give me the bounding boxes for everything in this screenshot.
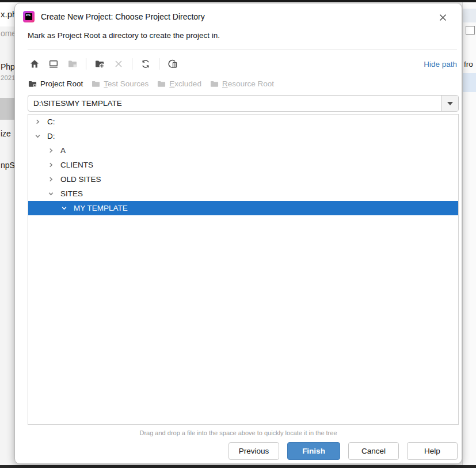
backdrop-right-selected-band (463, 73, 476, 92)
delete-icon (113, 58, 124, 70)
folder-icon (28, 80, 37, 87)
toolbar-separator (159, 58, 159, 70)
chevron-right-icon[interactable] (47, 162, 54, 169)
folder-icon (210, 80, 219, 87)
mark-tab-label: Excluded (169, 79, 201, 88)
mark-tab-label: Test Sources (104, 79, 148, 88)
backdrop-text-fragment: fro (464, 60, 473, 69)
tree-row-d-[interactable]: D: (28, 129, 458, 143)
tree-node-label: D: (47, 132, 55, 140)
chevron-right-icon[interactable] (47, 147, 54, 154)
backdrop-text-fragment: ize (1, 129, 11, 138)
dialog-button-row: Previous Finish Cancel Help (229, 442, 458, 460)
tree-row-sites[interactable]: SITES (28, 187, 458, 201)
mark-as-tabs: Project RootTest SourcesExcludedResource… (28, 77, 274, 90)
mark-tab-label: Resource Root (222, 79, 274, 88)
help-button[interactable]: Help (407, 442, 458, 460)
hide-path-link[interactable]: Hide path (424, 60, 457, 69)
phpstorm-icon: PS (23, 11, 35, 22)
cancel-button[interactable]: Cancel (348, 442, 399, 460)
home-icon[interactable] (29, 58, 40, 70)
path-input[interactable]: D:\SITES\MY TEMPLATE (28, 96, 441, 111)
dialog-instruction-text: Mark as Project Root a directory to crea… (28, 31, 220, 40)
backdrop-right-window: fro (462, 2, 476, 465)
chevron-right-icon[interactable] (34, 119, 41, 125)
dialog-title: Create New Project: Choose Project Direc… (41, 12, 205, 21)
divider (28, 50, 457, 50)
mark-tab-resource-root[interactable]: Resource Root (210, 79, 274, 88)
chevron-down-icon[interactable] (60, 205, 67, 212)
tree-row-my-template[interactable]: MY TEMPLATE (28, 201, 458, 215)
dialog-title-bar[interactable]: PS Create New Project: Choose Project Di… (23, 9, 454, 24)
drag-drop-hint: Drag and drop a file into the space abov… (15, 429, 462, 436)
file-chooser-toolbar: Hide path (29, 56, 457, 71)
chevron-right-icon[interactable] (47, 176, 54, 183)
mark-tab-test-sources[interactable]: Test Sources (92, 79, 148, 88)
backdrop-right-band (463, 9, 476, 22)
desktop-icon[interactable] (48, 58, 59, 70)
show-hidden-files-icon[interactable] (167, 58, 178, 70)
backdrop-top-bar (0, 0, 476, 2)
tree-row-old-sites[interactable]: OLD SITES (28, 172, 458, 187)
mark-tab-label: Project Root (40, 79, 83, 88)
tree-row-c-[interactable]: C: (28, 115, 458, 129)
previous-button[interactable]: Previous (229, 442, 279, 460)
backdrop-checkbox (466, 26, 475, 35)
close-icon[interactable] (436, 11, 449, 24)
directory-tree[interactable]: C:D:ACLIENTSOLD SITESSITESMY TEMPLATE (28, 114, 459, 425)
tree-node-label: C: (47, 117, 55, 126)
folder-icon (157, 80, 166, 87)
new-folder-icon[interactable] (94, 58, 105, 70)
tree-row-clients[interactable]: CLIENTS (28, 158, 458, 172)
chevron-down-icon[interactable] (47, 191, 54, 197)
refresh-icon[interactable] (140, 58, 151, 70)
tree-node-label: SITES (60, 189, 83, 198)
tree-node-label: OLD SITES (60, 175, 101, 184)
folder-icon (92, 80, 100, 87)
toolbar-separator (132, 58, 132, 70)
tree-row-a[interactable]: A (28, 143, 458, 158)
tree-node-label: A (60, 146, 66, 155)
path-combo-box[interactable]: D:\SITES\MY TEMPLATE (28, 95, 459, 112)
chevron-down-icon[interactable] (441, 96, 458, 111)
finish-button[interactable]: Finish (287, 442, 340, 460)
mark-tab-project-root[interactable]: Project Root (28, 79, 83, 88)
choose-project-directory-dialog: PS Create New Project: Choose Project Di… (14, 3, 462, 464)
tree-node-label: MY TEMPLATE (74, 204, 128, 212)
project-folder-icon (67, 58, 78, 70)
tree-node-label: CLIENTS (60, 161, 93, 169)
mark-tab-excluded[interactable]: Excluded (157, 79, 201, 88)
backdrop-bottom-bar (0, 465, 476, 468)
toolbar-separator (86, 58, 86, 70)
chevron-down-icon[interactable] (34, 133, 41, 140)
